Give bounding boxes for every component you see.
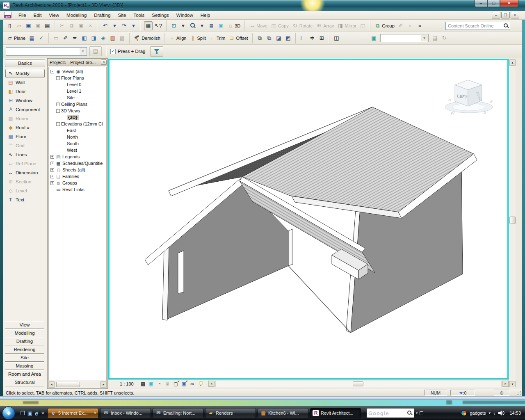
mdi-minimize-button[interactable]: – <box>492 12 500 18</box>
sidebar-item-lines[interactable]: ∿ Lines <box>5 150 45 159</box>
menu-item[interactable]: Site <box>114 11 130 19</box>
offset-icon[interactable]: ⊐Offset <box>227 34 249 43</box>
pattern-icon[interactable]: ▨ <box>118 34 126 43</box>
tree-item[interactable]: West <box>49 147 106 153</box>
expand-toggle-icon[interactable]: + <box>50 181 54 185</box>
design-bar-category-button[interactable]: Modelling <box>5 329 44 337</box>
tree-item[interactable]: + ▯ Sheets (all) <box>49 167 106 173</box>
render-restore-icon[interactable]: ↻ <box>440 34 449 43</box>
design-bar-category-button[interactable]: View <box>5 321 44 329</box>
project-browser-header[interactable]: Project1 - Project bro... × <box>48 59 107 66</box>
scrollbar-thumb[interactable] <box>56 382 80 387</box>
view-cube[interactable]: N E S W LEFT FRONT <box>436 77 502 122</box>
tree-item[interactable]: East <box>49 127 106 134</box>
compass-east-label[interactable]: E <box>490 100 493 104</box>
pin-icon[interactable]: ✐ <box>397 21 405 30</box>
demolish-icon[interactable]: Demolish <box>132 34 162 43</box>
taskbar-revit[interactable]: R Revit Architect... <box>310 408 361 418</box>
sidebar-item-section[interactable]: ⊕ Section <box>5 177 45 186</box>
maximize-button[interactable]: ▢ <box>487 0 500 7</box>
tray-collapse-chevron[interactable]: ‹ <box>493 410 495 416</box>
uncut-geometry-icon[interactable]: ◩ <box>284 34 292 43</box>
search-icon[interactable] <box>407 410 413 416</box>
sidebar-item-text[interactable]: T Text <box>5 195 45 204</box>
array-icon[interactable]: ≋Array <box>315 21 335 30</box>
project-browser-hscrollbar[interactable]: ◂ ▸ <box>48 381 107 388</box>
grid-snap-icon[interactable]: ▦ <box>27 34 36 43</box>
mdi-close-button[interactable]: × <box>511 12 519 18</box>
sidebar-item-dimension[interactable]: ↔ Dimension <box>5 168 45 177</box>
delete-icon[interactable]: × <box>86 21 95 30</box>
snap-override-icon[interactable]: ⊢ <box>299 34 307 43</box>
render-region-icon[interactable]: ▣ <box>370 34 378 43</box>
more-tools-chevron[interactable]: » <box>415 21 424 30</box>
redo-icon[interactable]: ↷ <box>120 21 128 30</box>
expand-toggle-icon[interactable]: + <box>50 168 54 172</box>
tree-item[interactable]: ▭ Revit Links <box>49 186 106 193</box>
content-search-input[interactable] <box>445 22 510 30</box>
sidebar-item-ref-plane[interactable]: ▱ Ref Plane <box>5 159 45 168</box>
section-box-icon[interactable]: ◫ <box>332 34 341 43</box>
gadgets-icon[interactable] <box>461 410 467 416</box>
paste-icon[interactable]: ▣ <box>77 21 85 30</box>
scroll-right-icon[interactable]: ▸ <box>100 381 107 388</box>
save-all-icon[interactable]: ▣ <box>34 21 42 30</box>
shadows-icon[interactable]: ◔ <box>156 380 163 387</box>
mdi-restore-button[interactable]: ❐ <box>501 12 510 18</box>
zoom-dropdown-icon[interactable]: ▾ <box>179 21 187 30</box>
expand-toggle-icon[interactable]: - <box>56 109 60 113</box>
menu-item[interactable]: Help <box>197 11 214 19</box>
temporary-hide-icon[interactable] <box>197 380 204 387</box>
join-geometry-icon[interactable]: ⧉ <box>265 34 274 43</box>
menu-item[interactable]: File <box>15 11 30 19</box>
group-icon[interactable]: ⧉Group <box>373 21 396 30</box>
design-bar-header[interactable]: Basics <box>5 59 45 67</box>
save-icon[interactable]: ▣ <box>24 21 33 30</box>
menu-item[interactable]: Edit <box>30 11 46 19</box>
menu-item[interactable]: Window <box>173 11 197 19</box>
align-icon[interactable]: ≡Align <box>168 34 187 43</box>
match-type-icon[interactable]: ✐ <box>61 34 70 43</box>
split-icon[interactable]: ∦Split <box>188 34 207 43</box>
design-bar-category-button[interactable]: Room and Area <box>5 370 44 378</box>
redo-dropdown-icon[interactable]: ▾ <box>129 21 138 30</box>
tree-item[interactable]: South <box>49 140 106 147</box>
web-update-indicator[interactable]: ⊕ <box>494 390 509 396</box>
design-bar-category-button[interactable]: Rendering <box>5 346 44 354</box>
sidebar-item-grid[interactable]: °° Grid <box>5 141 45 150</box>
tree-item[interactable]: + ⧈ Groups <box>49 180 106 186</box>
sidebar-item-modify[interactable]: ↖ Modify <box>5 69 45 78</box>
tree-item[interactable]: Level 0 <box>49 81 106 88</box>
expand-toggle-icon[interactable]: - <box>56 122 60 126</box>
wall-joins-icon[interactable]: ⧉ <box>256 34 264 43</box>
filter-button[interactable] <box>150 46 163 57</box>
project-browser-toggle-icon[interactable]: ▦ <box>144 21 153 30</box>
view-list-icon[interactable]: ≣ <box>207 21 216 30</box>
tree-item[interactable]: Level 1 <box>49 88 106 94</box>
scroll-up-icon[interactable]: ▴ <box>509 59 516 66</box>
detail-level-icon[interactable]: ▩ <box>139 380 147 387</box>
paint-icon[interactable]: ◈ <box>99 34 107 43</box>
show-desktop-icon[interactable]: ▣ <box>27 410 32 416</box>
cut-opening-icon[interactable]: ◧ <box>80 34 89 43</box>
sidebar-item-component[interactable]: ♙ Component <box>5 105 45 114</box>
menu-item[interactable]: Tools <box>130 11 148 19</box>
zoom-icon[interactable] <box>188 21 197 30</box>
work-plane-icon[interactable]: ▱Plane <box>5 34 27 43</box>
open-icon[interactable]: ▱ <box>15 21 23 30</box>
tree-item[interactable]: North <box>49 134 106 140</box>
pin-small-icon[interactable]: ▫ <box>406 21 415 30</box>
chevron-down-icon[interactable]: ▾ <box>489 411 491 415</box>
new-file-icon[interactable]: ▯ <box>5 21 14 30</box>
sidebar-item-door[interactable]: ◧ Door <box>5 87 45 96</box>
render-preset-select[interactable]: ▼ <box>380 34 429 42</box>
menu-item[interactable]: Settings <box>148 11 173 19</box>
rotate-icon[interactable]: ↻Rotate <box>291 21 314 30</box>
default-3d-view-icon[interactable]: ▣ <box>217 21 225 30</box>
view-dropdown-icon[interactable]: ▾ <box>198 21 206 30</box>
front-wall-end-face[interactable] <box>288 229 293 266</box>
close-icon[interactable]: × <box>101 59 107 65</box>
scroll-down-icon[interactable]: ▾ <box>509 381 516 387</box>
tree-item[interactable]: + ▦ Schedules/Quantitie <box>49 160 106 167</box>
tree-item[interactable]: + Ceiling Plans <box>49 101 106 107</box>
